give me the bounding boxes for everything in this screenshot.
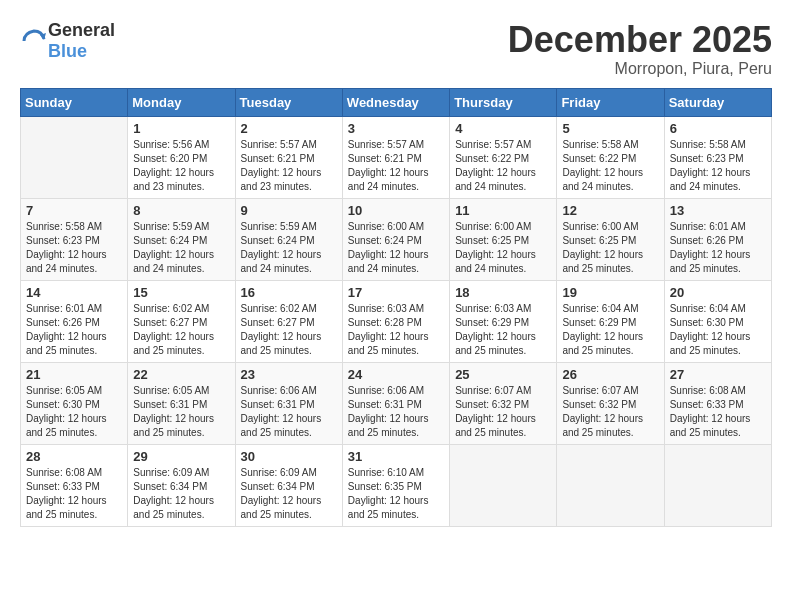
logo-general: General xyxy=(48,20,115,41)
logo-blue: Blue xyxy=(48,41,115,62)
day-number: 31 xyxy=(348,449,444,464)
day-info: Sunrise: 6:02 AMSunset: 6:27 PMDaylight:… xyxy=(133,302,229,358)
calendar-day-cell: 8Sunrise: 5:59 AMSunset: 6:24 PMDaylight… xyxy=(128,198,235,280)
calendar-week-row: 1Sunrise: 5:56 AMSunset: 6:20 PMDaylight… xyxy=(21,116,772,198)
calendar-day-cell: 29Sunrise: 6:09 AMSunset: 6:34 PMDayligh… xyxy=(128,444,235,526)
day-number: 30 xyxy=(241,449,337,464)
calendar-day-cell: 15Sunrise: 6:02 AMSunset: 6:27 PMDayligh… xyxy=(128,280,235,362)
calendar-day-cell xyxy=(664,444,771,526)
day-info: Sunrise: 6:06 AMSunset: 6:31 PMDaylight:… xyxy=(241,384,337,440)
calendar-day-cell: 28Sunrise: 6:08 AMSunset: 6:33 PMDayligh… xyxy=(21,444,128,526)
day-info: Sunrise: 6:08 AMSunset: 6:33 PMDaylight:… xyxy=(26,466,122,522)
weekday-header-cell: Friday xyxy=(557,88,664,116)
calendar-day-cell: 7Sunrise: 5:58 AMSunset: 6:23 PMDaylight… xyxy=(21,198,128,280)
day-info: Sunrise: 6:07 AMSunset: 6:32 PMDaylight:… xyxy=(562,384,658,440)
day-info: Sunrise: 5:57 AMSunset: 6:21 PMDaylight:… xyxy=(241,138,337,194)
day-number: 13 xyxy=(670,203,766,218)
calendar-day-cell: 24Sunrise: 6:06 AMSunset: 6:31 PMDayligh… xyxy=(342,362,449,444)
calendar-day-cell: 11Sunrise: 6:00 AMSunset: 6:25 PMDayligh… xyxy=(450,198,557,280)
weekday-header-cell: Wednesday xyxy=(342,88,449,116)
day-info: Sunrise: 6:05 AMSunset: 6:30 PMDaylight:… xyxy=(26,384,122,440)
month-title: December 2025 xyxy=(508,20,772,60)
calendar-week-row: 21Sunrise: 6:05 AMSunset: 6:30 PMDayligh… xyxy=(21,362,772,444)
location-title: Morropon, Piura, Peru xyxy=(508,60,772,78)
day-info: Sunrise: 5:58 AMSunset: 6:23 PMDaylight:… xyxy=(26,220,122,276)
day-number: 2 xyxy=(241,121,337,136)
day-info: Sunrise: 6:02 AMSunset: 6:27 PMDaylight:… xyxy=(241,302,337,358)
day-number: 7 xyxy=(26,203,122,218)
day-info: Sunrise: 6:05 AMSunset: 6:31 PMDaylight:… xyxy=(133,384,229,440)
calendar-day-cell xyxy=(557,444,664,526)
day-number: 15 xyxy=(133,285,229,300)
weekday-header-cell: Monday xyxy=(128,88,235,116)
day-info: Sunrise: 6:04 AMSunset: 6:30 PMDaylight:… xyxy=(670,302,766,358)
day-info: Sunrise: 6:01 AMSunset: 6:26 PMDaylight:… xyxy=(670,220,766,276)
calendar-day-cell: 27Sunrise: 6:08 AMSunset: 6:33 PMDayligh… xyxy=(664,362,771,444)
calendar-day-cell: 25Sunrise: 6:07 AMSunset: 6:32 PMDayligh… xyxy=(450,362,557,444)
day-number: 4 xyxy=(455,121,551,136)
day-number: 20 xyxy=(670,285,766,300)
day-number: 12 xyxy=(562,203,658,218)
page-header: General Blue December 2025 Morropon, Piu… xyxy=(20,20,772,78)
calendar-day-cell: 12Sunrise: 6:00 AMSunset: 6:25 PMDayligh… xyxy=(557,198,664,280)
calendar-day-cell: 21Sunrise: 6:05 AMSunset: 6:30 PMDayligh… xyxy=(21,362,128,444)
title-area: December 2025 Morropon, Piura, Peru xyxy=(508,20,772,78)
day-info: Sunrise: 6:07 AMSunset: 6:32 PMDaylight:… xyxy=(455,384,551,440)
weekday-header-cell: Sunday xyxy=(21,88,128,116)
day-number: 1 xyxy=(133,121,229,136)
day-number: 28 xyxy=(26,449,122,464)
day-info: Sunrise: 6:09 AMSunset: 6:34 PMDaylight:… xyxy=(241,466,337,522)
calendar-day-cell: 20Sunrise: 6:04 AMSunset: 6:30 PMDayligh… xyxy=(664,280,771,362)
day-number: 5 xyxy=(562,121,658,136)
calendar-day-cell: 2Sunrise: 5:57 AMSunset: 6:21 PMDaylight… xyxy=(235,116,342,198)
calendar-day-cell: 16Sunrise: 6:02 AMSunset: 6:27 PMDayligh… xyxy=(235,280,342,362)
day-info: Sunrise: 5:59 AMSunset: 6:24 PMDaylight:… xyxy=(241,220,337,276)
day-number: 17 xyxy=(348,285,444,300)
day-info: Sunrise: 6:04 AMSunset: 6:29 PMDaylight:… xyxy=(562,302,658,358)
day-info: Sunrise: 6:08 AMSunset: 6:33 PMDaylight:… xyxy=(670,384,766,440)
calendar-day-cell: 9Sunrise: 5:59 AMSunset: 6:24 PMDaylight… xyxy=(235,198,342,280)
calendar-day-cell: 5Sunrise: 5:58 AMSunset: 6:22 PMDaylight… xyxy=(557,116,664,198)
day-number: 9 xyxy=(241,203,337,218)
day-number: 25 xyxy=(455,367,551,382)
day-number: 21 xyxy=(26,367,122,382)
calendar-day-cell: 17Sunrise: 6:03 AMSunset: 6:28 PMDayligh… xyxy=(342,280,449,362)
calendar-week-row: 14Sunrise: 6:01 AMSunset: 6:26 PMDayligh… xyxy=(21,280,772,362)
logo-icon xyxy=(20,27,48,55)
day-number: 3 xyxy=(348,121,444,136)
calendar-day-cell: 31Sunrise: 6:10 AMSunset: 6:35 PMDayligh… xyxy=(342,444,449,526)
day-number: 27 xyxy=(670,367,766,382)
logo: General Blue xyxy=(20,20,115,61)
day-number: 26 xyxy=(562,367,658,382)
calendar-table: SundayMondayTuesdayWednesdayThursdayFrid… xyxy=(20,88,772,527)
day-number: 22 xyxy=(133,367,229,382)
day-info: Sunrise: 5:59 AMSunset: 6:24 PMDaylight:… xyxy=(133,220,229,276)
calendar-day-cell: 26Sunrise: 6:07 AMSunset: 6:32 PMDayligh… xyxy=(557,362,664,444)
day-number: 29 xyxy=(133,449,229,464)
day-info: Sunrise: 6:09 AMSunset: 6:34 PMDaylight:… xyxy=(133,466,229,522)
calendar-day-cell: 22Sunrise: 6:05 AMSunset: 6:31 PMDayligh… xyxy=(128,362,235,444)
calendar-day-cell: 13Sunrise: 6:01 AMSunset: 6:26 PMDayligh… xyxy=(664,198,771,280)
day-info: Sunrise: 6:00 AMSunset: 6:25 PMDaylight:… xyxy=(562,220,658,276)
day-number: 24 xyxy=(348,367,444,382)
day-number: 23 xyxy=(241,367,337,382)
day-number: 19 xyxy=(562,285,658,300)
calendar-day-cell: 3Sunrise: 5:57 AMSunset: 6:21 PMDaylight… xyxy=(342,116,449,198)
calendar-day-cell: 10Sunrise: 6:00 AMSunset: 6:24 PMDayligh… xyxy=(342,198,449,280)
day-number: 16 xyxy=(241,285,337,300)
day-info: Sunrise: 6:00 AMSunset: 6:25 PMDaylight:… xyxy=(455,220,551,276)
day-number: 14 xyxy=(26,285,122,300)
calendar-week-row: 7Sunrise: 5:58 AMSunset: 6:23 PMDaylight… xyxy=(21,198,772,280)
day-info: Sunrise: 5:58 AMSunset: 6:22 PMDaylight:… xyxy=(562,138,658,194)
calendar-day-cell: 19Sunrise: 6:04 AMSunset: 6:29 PMDayligh… xyxy=(557,280,664,362)
calendar-day-cell: 30Sunrise: 6:09 AMSunset: 6:34 PMDayligh… xyxy=(235,444,342,526)
calendar-day-cell: 14Sunrise: 6:01 AMSunset: 6:26 PMDayligh… xyxy=(21,280,128,362)
weekday-header-cell: Saturday xyxy=(664,88,771,116)
calendar-day-cell xyxy=(450,444,557,526)
calendar-body: 1Sunrise: 5:56 AMSunset: 6:20 PMDaylight… xyxy=(21,116,772,526)
weekday-header-row: SundayMondayTuesdayWednesdayThursdayFrid… xyxy=(21,88,772,116)
day-number: 8 xyxy=(133,203,229,218)
day-info: Sunrise: 6:06 AMSunset: 6:31 PMDaylight:… xyxy=(348,384,444,440)
day-info: Sunrise: 5:57 AMSunset: 6:22 PMDaylight:… xyxy=(455,138,551,194)
day-info: Sunrise: 5:57 AMSunset: 6:21 PMDaylight:… xyxy=(348,138,444,194)
